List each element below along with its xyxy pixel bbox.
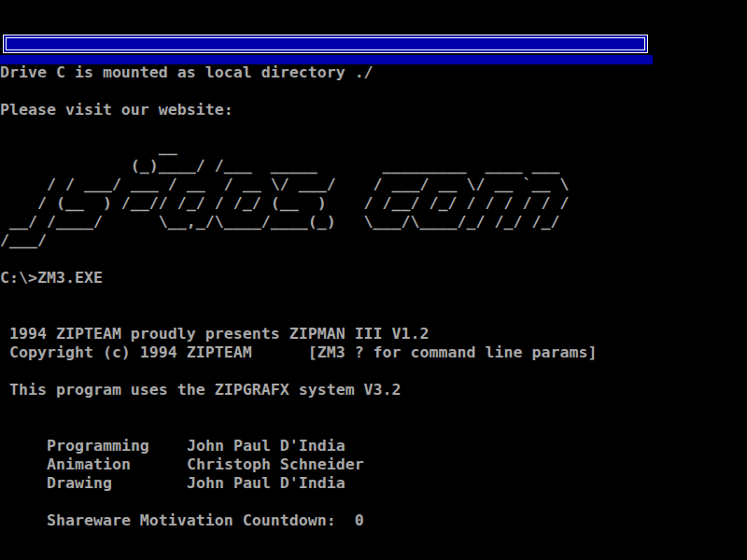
countdown-line: Shareware Motivation Countdown:0 — [0, 493, 364, 549]
credit-name: John Paul D'India — [187, 474, 345, 492]
ascii-logo-row: / / ___/ ___ / __ / __ \/ ___/ / ___/ __… — [0, 175, 569, 194]
ascii-logo-row: __ — [0, 138, 569, 157]
website-prompt-message: Please visit our website: — [0, 101, 233, 119]
ascii-logo-row: __/ /____/ \__,_/\____/____(_) \___/\___… — [0, 213, 569, 231]
loading-bar-frame — [3, 35, 648, 53]
engine-info-line: This program uses the ZIPGRAFX system V3… — [0, 381, 402, 399]
dos-terminal-screen: Drive C is mounted as local directory ./… — [0, 0, 747, 560]
presents-line: 1994 ZIPTEAM proudly presents ZIPMAN III… — [0, 325, 430, 343]
countdown-value: 0 — [355, 511, 364, 529]
ascii-logo-row: /___/ — [0, 231, 569, 250]
copyright-line: Copyright (c) 1994 ZIPTEAM [ZM3 ? for co… — [0, 343, 597, 362]
ascii-logo-row: / (__ ) /__// /_/ / /_/ (__ ) / /__/ /_/… — [0, 194, 569, 213]
credit-role: Drawing — [47, 474, 187, 493]
loading-bar-fill — [6, 37, 645, 50]
ascii-logo-jsdos: __ (_)____/ /___ _____ _________ ____ __… — [0, 138, 569, 250]
countdown-label: Shareware Motivation Countdown: — [37, 511, 336, 529]
ascii-logo-row: (_)____/ /___ _____ _________ ____ ___ — [0, 157, 569, 175]
command-prompt-line: C:\>ZM3.EXE — [0, 269, 103, 287]
drive-mounted-message: Drive C is mounted as local directory ./ — [0, 63, 374, 82]
